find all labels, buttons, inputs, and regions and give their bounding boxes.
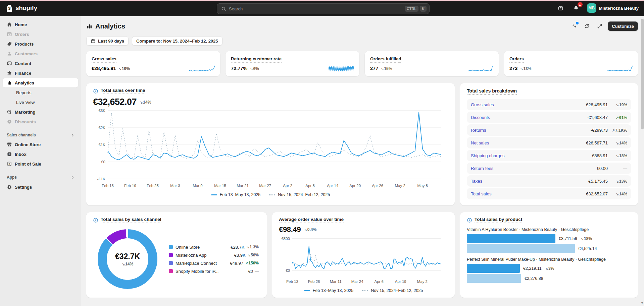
- sidebar-subitem-live-view[interactable]: Live View: [3, 98, 78, 107]
- breakdown-row-label[interactable]: Net sales: [471, 140, 586, 145]
- total-sales-chart-title[interactable]: Total sales over time: [101, 88, 145, 94]
- breakdown-row-delta: ↗61%: [608, 114, 627, 120]
- mid-row: Total sales over time €32,652.07 ↘14% €3…: [86, 83, 638, 205]
- magic-edit-button[interactable]: [569, 21, 579, 31]
- sales-channel-chart-title[interactable]: Total sales by sales channel: [101, 217, 161, 223]
- analytics-icon: [86, 23, 93, 29]
- header-actions: Customize: [569, 21, 638, 31]
- bar-current: [467, 264, 520, 273]
- sidebar-item-home[interactable]: Home: [3, 20, 78, 29]
- breakdown-row-delta: ↘19%: [608, 102, 627, 108]
- sales-channel-donut: €32.7K ↘14%: [98, 229, 157, 289]
- filter-row: Last 90 days Compare to: Nov 15, 2024–Fe…: [86, 36, 638, 46]
- sidebar-item-online-store[interactable]: Online Store: [3, 140, 78, 149]
- delta: ↘0.4%: [304, 227, 317, 232]
- breakdown-row-return-fees: Return fees €0.00 —: [467, 163, 631, 174]
- metric-title[interactable]: Orders: [509, 56, 524, 63]
- sales-by-product-chart-title[interactable]: Total sales by product: [475, 217, 522, 223]
- sidekick-button[interactable]: [556, 3, 565, 13]
- total-sales-value: €32,652.07: [93, 97, 137, 107]
- sidebar-item-point-of-sale[interactable]: SPoint of Sale: [3, 159, 78, 169]
- search-placeholder: Search: [229, 6, 403, 11]
- metric-title[interactable]: Orders fulfilled: [370, 56, 401, 63]
- metric-title[interactable]: Gross sales: [92, 56, 116, 63]
- breakdown-row-label[interactable]: Returns: [471, 128, 591, 133]
- sidebar-item-settings[interactable]: Settings: [3, 182, 78, 192]
- sidebar-item-orders[interactable]: Orders: [3, 29, 78, 39]
- sidebar-item-products[interactable]: Products: [3, 39, 78, 49]
- legend-swatch-solid: [211, 194, 217, 195]
- account-menu[interactable]: MB Misteriozna Beauty: [587, 3, 639, 13]
- orders-icon: [7, 32, 12, 37]
- sidebar-subitem-reports[interactable]: Reports: [3, 88, 78, 97]
- sidekick-icon: [558, 5, 563, 11]
- legend-swatch-dotted: [362, 290, 368, 291]
- shopify-logo[interactable]: S shopify: [5, 4, 37, 12]
- breakdown-row-label[interactable]: Taxes: [471, 179, 588, 184]
- compare-button[interactable]: Compare to: Nov 15, 2024–Feb 12, 2025: [132, 36, 222, 46]
- search-input[interactable]: Search CTRL K: [217, 3, 430, 14]
- sidebar-header-apps[interactable]: Apps: [3, 173, 78, 181]
- scrollbar-thumb[interactable]: [641, 19, 644, 129]
- legend-item: Nov 15, 2024–Feb 12, 2025: [269, 192, 330, 197]
- legend-swatch-solid: [304, 290, 310, 291]
- breakdown-row-delta: ↘14%: [608, 191, 627, 197]
- home-icon: [7, 22, 12, 27]
- chevron-right-icon: [70, 175, 75, 180]
- sidebar-item-label: Content: [15, 61, 31, 66]
- breakdown-row-label[interactable]: Return fees: [471, 166, 597, 171]
- customers-icon: [7, 51, 12, 56]
- sidebar-item-inbox[interactable]: SInbox: [3, 149, 78, 159]
- svg-text:Apr 8: Apr 8: [305, 184, 315, 188]
- customize-button[interactable]: Customize: [608, 21, 638, 31]
- delta: ↘15%: [381, 66, 392, 71]
- sidebar-item-marketing[interactable]: Marketing: [3, 107, 78, 117]
- legend-value: €28.7K↘1.3%: [231, 245, 259, 250]
- total-sales-card: Total sales over time €32,652.07 ↘14% €3…: [86, 83, 455, 205]
- bar-current: [467, 234, 555, 243]
- metric-value: 72.77%: [231, 66, 247, 71]
- metric-title[interactable]: Returning customer rate: [231, 56, 282, 63]
- breakdown-title[interactable]: Total sales breakdown: [467, 88, 517, 95]
- sidebar-item-label: Products: [15, 42, 34, 47]
- product-label: Vitamin A Hyaluron Booster · Misteriozna…: [467, 227, 631, 232]
- sidebar-item-analytics[interactable]: Analytics: [3, 78, 78, 87]
- sidebar-nav: HomeOrdersProductsCustomersContentFinanc…: [0, 19, 81, 182]
- page-scrollbar[interactable]: ▼: [640, 16, 644, 306]
- sidebar-header-sales-channels[interactable]: Sales channels: [3, 131, 78, 139]
- delta: ↗150%: [245, 261, 259, 265]
- sidebar-item-finance[interactable]: Finance: [3, 68, 78, 78]
- aov-chart-title[interactable]: Average order value over time: [279, 217, 344, 223]
- delta: ↘6%: [250, 66, 259, 71]
- scrollbar-down-arrow[interactable]: ▼: [641, 301, 644, 305]
- svg-text:Apr 14: Apr 14: [327, 184, 338, 188]
- compare-label: Compare to: Nov 15, 2024–Feb 12, 2025: [136, 39, 218, 44]
- bar-row-previous: €4,525.14: [467, 244, 631, 253]
- svg-text:Apr 19: Apr 19: [395, 280, 406, 284]
- breakdown-row-value: -€1,608.47: [587, 115, 608, 120]
- inbox-icon: S: [7, 151, 12, 157]
- delta: ↘19%: [616, 103, 627, 107]
- date-range-button[interactable]: Last 90 days: [86, 36, 129, 46]
- products-icon: [7, 41, 12, 47]
- total-sales-legend: Feb 13–May 13, 2025Nov 15, 2024–Feb 12, …: [93, 192, 448, 197]
- legend-item: Feb 13–May 13, 2025: [211, 192, 261, 197]
- svg-text:Mar 27: Mar 27: [259, 184, 271, 188]
- notifications-button[interactable]: 1: [572, 3, 581, 13]
- breakdown-row-shipping-charges: Shipping charges €888.91 ↘18%: [467, 150, 631, 161]
- svg-text:S: S: [8, 153, 10, 156]
- sidebar-item-customers[interactable]: Customers: [3, 49, 78, 58]
- sidebar-header-label: Apps: [7, 175, 17, 180]
- breakdown-row-delta: ↘14%: [608, 140, 627, 146]
- sidebar-item-discounts[interactable]: Discounts: [3, 117, 78, 126]
- sidebar-item-content[interactable]: Content: [3, 59, 78, 68]
- delta: ↘18%: [581, 236, 592, 241]
- breakdown-row-label[interactable]: Discounts: [471, 115, 587, 120]
- breakdown-row-label[interactable]: Shipping charges: [471, 153, 592, 158]
- auto-refresh-button[interactable]: [582, 21, 592, 31]
- calendar-icon: [91, 39, 96, 44]
- breakdown-row-label[interactable]: Gross sales: [471, 102, 586, 107]
- fullscreen-button[interactable]: [595, 21, 604, 31]
- total-sales-chart: €3K€2K€1K€0-€1KFeb 13Feb 19Feb 25Mar 3Ma…: [93, 107, 448, 190]
- breakdown-row-label[interactable]: Total sales: [471, 191, 586, 196]
